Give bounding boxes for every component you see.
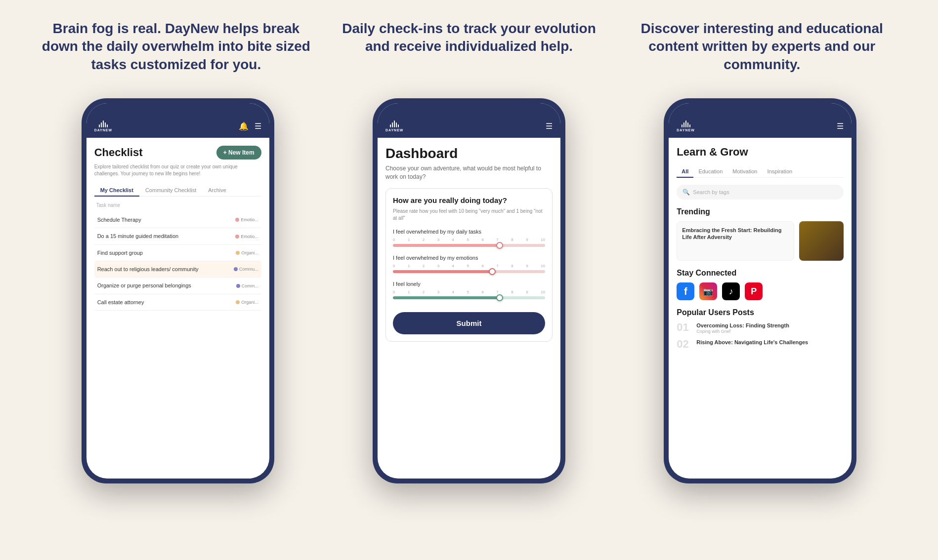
header-text-1: Brain fog is real. DayNew helps break do… (40, 20, 313, 74)
logo-ray (392, 122, 393, 127)
tab-inspiration[interactable]: Inspiration (762, 165, 797, 177)
phone3-logo: DAYNEW (677, 120, 694, 132)
checklist-desc: Explore tailored checklist from our quiz… (94, 163, 261, 177)
popular-title: Popular Users Posts (677, 308, 844, 317)
tag-dot-orange (236, 300, 240, 304)
instagram-symbol: 📷 (703, 287, 713, 296)
slider-numbers-3: 012345678910 (393, 290, 545, 294)
slider-track-3[interactable] (393, 296, 545, 299)
tag-dot-blue (234, 267, 238, 271)
dashboard-subtitle: Choose your own adventure, what would be… (385, 164, 553, 181)
logo-ray (396, 122, 397, 127)
logo-ray (398, 124, 399, 127)
facebook-symbol: f (684, 286, 687, 297)
tab-all[interactable]: All (677, 165, 693, 177)
logo-text-3: DAYNEW (677, 128, 694, 132)
task-name: Schedule Therapy (97, 216, 235, 223)
task-name: Find support group (97, 249, 236, 256)
trending-img-overlay (799, 221, 844, 261)
phone1-screen: DAYNEW 🔔 ☰ Checklist + New Item E (86, 103, 269, 479)
trending-text: Embracing the Fresh Start: Rebuilding Li… (677, 221, 794, 261)
facebook-icon[interactable]: f (677, 282, 694, 300)
menu-icon-2[interactable]: ☰ (546, 121, 553, 131)
logo-ray (99, 124, 100, 127)
logo-ray (390, 124, 391, 127)
trending-card-title: Embracing the Fresh Start: Rebuilding Li… (682, 227, 789, 241)
phone2-content: Dashboard Choose your own adventure, wha… (378, 138, 560, 474)
task-tag: Emotio... (235, 217, 258, 222)
slider-track-2[interactable] (393, 270, 545, 273)
headers-row: Brain fog is real. DayNew helps break do… (30, 20, 908, 74)
phone1-notch (146, 103, 210, 117)
slider-track-1[interactable] (393, 244, 545, 247)
logo-rays-3 (682, 120, 690, 127)
checklist-header-row: Checklist + New Item (94, 146, 261, 160)
phone3-notch (728, 103, 792, 117)
instagram-icon[interactable]: 📷 (699, 282, 717, 300)
popular-item-2: 02 Rising Above: Navigating Life's Chall… (677, 339, 844, 350)
logo-ray (107, 124, 108, 127)
task-row: Schedule Therapy Emotio... (94, 212, 261, 228)
slider-thumb-1[interactable] (496, 242, 503, 249)
checklist-title: Checklist (94, 146, 143, 159)
popular-num-1: 01 (677, 322, 691, 333)
phone2: DAYNEW ☰ Dashboard Choose your own adven… (373, 98, 565, 483)
task-name: Reach out to religious leaders/ communit… (97, 266, 234, 273)
submit-button[interactable]: Submit (393, 312, 545, 334)
tab-motivation[interactable]: Motivation (727, 165, 762, 177)
task-name: Organize or purge personal belongings (97, 282, 236, 289)
logo-ray (105, 122, 106, 127)
page-wrapper: Brain fog is real. DayNew helps break do… (0, 0, 938, 503)
task-tag: Organi... (236, 300, 258, 305)
tag-dot-pink (235, 235, 239, 239)
tiktok-icon[interactable]: ♪ (722, 282, 740, 300)
tag-dot-blue (236, 284, 240, 288)
popular-item-sub-1: Coping with Grief (696, 329, 789, 334)
slider-overwhelmed-tasks: I feel overwhelmed by my daily tasks 012… (393, 229, 545, 247)
logo-text-1: DAYNEW (94, 128, 112, 132)
tab-education[interactable]: Education (693, 165, 727, 177)
task-tag: Emotio... (235, 234, 258, 239)
tab-archive[interactable]: Archive (202, 184, 232, 196)
logo-rays-2 (390, 120, 399, 127)
tag-dot-orange (236, 251, 240, 255)
header-text-3: Discover interesting and educational con… (625, 20, 898, 74)
logo-ray (687, 122, 688, 127)
learn-grow-title: Learn & Grow (677, 146, 844, 159)
menu-icon-3[interactable]: ☰ (837, 121, 844, 131)
phone1: DAYNEW 🔔 ☰ Checklist + New Item E (82, 98, 274, 483)
search-box[interactable]: 🔍 Search by tags (677, 185, 844, 200)
logo-ray (103, 120, 104, 127)
social-icons-row: f 📷 ♪ P (677, 282, 844, 300)
slider-thumb-2[interactable] (489, 268, 496, 275)
slider-label-1: I feel overwhelmed by my daily tasks (393, 229, 545, 235)
menu-icon[interactable]: ☰ (255, 121, 261, 131)
nav-icons-2: ☰ (546, 121, 553, 131)
task-tag: Comm... (236, 283, 258, 288)
search-icon: 🔍 (682, 189, 690, 196)
task-name: Do a 15 minute guided meditation (97, 233, 235, 240)
task-name: Call estate attorney (97, 299, 236, 306)
trending-title: Trending (677, 207, 844, 216)
popular-item-title-1: Overcoming Loss: Finding Strength (696, 322, 789, 329)
logo-ray (685, 120, 686, 127)
checkin-card: How are you really doing today? Please r… (385, 188, 553, 342)
tab-my-checklist[interactable]: My Checklist (94, 184, 139, 196)
new-item-button[interactable]: + New Item (216, 146, 261, 160)
logo-ray (689, 124, 690, 127)
slider-thumb-3[interactable] (496, 294, 503, 301)
popular-info-2: Rising Above: Navigating Life's Challeng… (696, 339, 808, 346)
task-col-header: Task name (94, 202, 261, 208)
slider-numbers-1: 012345678910 (393, 238, 545, 242)
task-row: Do a 15 minute guided meditation Emotio.… (94, 228, 261, 244)
content-tabs: All Education Motivation Inspiration (677, 165, 844, 178)
header-col-1: Brain fog is real. DayNew helps break do… (40, 20, 313, 74)
tab-community-checklist[interactable]: Community Checklist (139, 184, 202, 196)
slider-lonely: I feel lonely 012345678910 (393, 281, 545, 299)
bell-icon[interactable]: 🔔 (239, 121, 249, 131)
pinterest-icon[interactable]: P (745, 282, 763, 300)
stay-connected-title: Stay Connected (677, 269, 844, 278)
trending-card: Embracing the Fresh Start: Rebuilding Li… (677, 221, 844, 261)
header-col-3: Discover interesting and educational con… (625, 20, 898, 74)
logo-ray (394, 120, 395, 127)
